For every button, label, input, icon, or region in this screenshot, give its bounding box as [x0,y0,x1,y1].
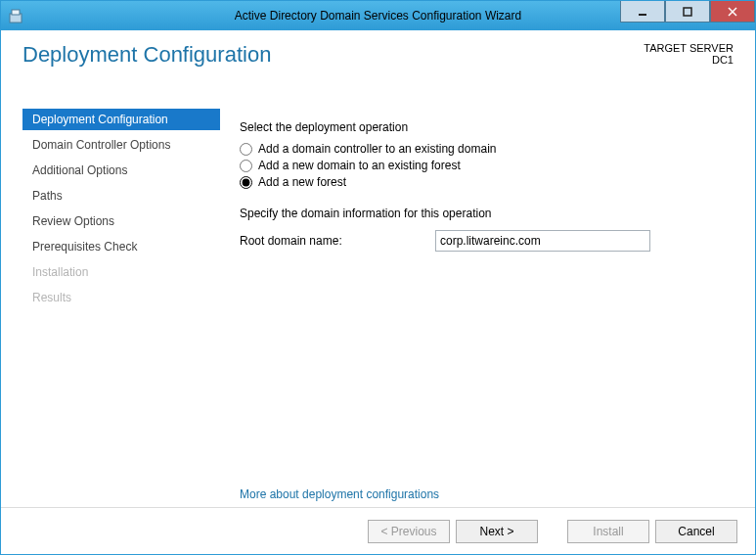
radio-label: Add a new domain to an existing forest [258,159,461,172]
next-button[interactable]: Next > [456,520,538,543]
button-bar: < Previous Next > Install Cancel [1,507,755,554]
operation-label: Select the deployment operation [240,120,728,134]
target-server-info: TARGET SERVER DC1 [644,42,734,66]
page-title: Deployment Configuration [22,42,271,68]
root-domain-label: Root domain name: [240,234,435,248]
radio-label: Add a new forest [258,175,346,189]
step-deployment-configuration[interactable]: Deployment Configuration [22,109,220,130]
window-controls [620,1,755,23]
step-additional-options[interactable]: Additional Options [22,160,220,181]
wizard-steps-sidebar: Deployment Configuration Domain Controll… [22,109,220,507]
step-review-options[interactable]: Review Options [22,210,220,232]
app-icon [9,8,24,23]
radio-input-existing-forest[interactable] [240,160,252,172]
svg-rect-1 [12,10,20,15]
radio-input-new-forest[interactable] [240,176,252,189]
body-area: Deployment Configuration Domain Controll… [1,109,755,507]
wizard-window: Active Directory Domain Services Configu… [0,0,756,555]
close-button[interactable] [710,1,755,23]
radio-input-existing-domain[interactable] [240,143,252,156]
radio-add-new-forest[interactable]: Add a new forest [240,175,728,189]
target-server-label: TARGET SERVER [644,42,734,54]
radio-add-dc-existing-domain[interactable]: Add a domain controller to an existing d… [240,142,728,156]
cancel-button[interactable]: Cancel [655,520,737,543]
minimize-button[interactable] [620,1,665,23]
titlebar[interactable]: Active Directory Domain Services Configu… [1,1,755,30]
radio-label: Add a domain controller to an existing d… [258,142,496,156]
target-server-value: DC1 [644,54,734,66]
previous-button: < Previous [368,520,450,543]
header-area: Deployment Configuration TARGET SERVER D… [1,30,755,109]
svg-rect-3 [684,8,691,16]
step-prerequisites-check[interactable]: Prerequisites Check [22,236,220,257]
content-area: Deployment Configuration TARGET SERVER D… [1,30,755,554]
radio-add-domain-existing-forest[interactable]: Add a new domain to an existing forest [240,159,728,172]
root-domain-input[interactable] [435,230,650,252]
main-panel: Select the deployment operation Add a do… [220,109,734,507]
help-link-deployment-configurations[interactable]: More about deployment configurations [240,487,439,501]
step-results: Results [22,287,220,308]
step-domain-controller-options[interactable]: Domain Controller Options [22,134,220,156]
specify-label: Specify the domain information for this … [240,207,728,220]
install-button: Install [567,520,649,543]
step-paths[interactable]: Paths [22,185,220,207]
root-domain-row: Root domain name: [240,230,728,252]
maximize-button[interactable] [665,1,710,23]
step-installation: Installation [22,261,220,283]
